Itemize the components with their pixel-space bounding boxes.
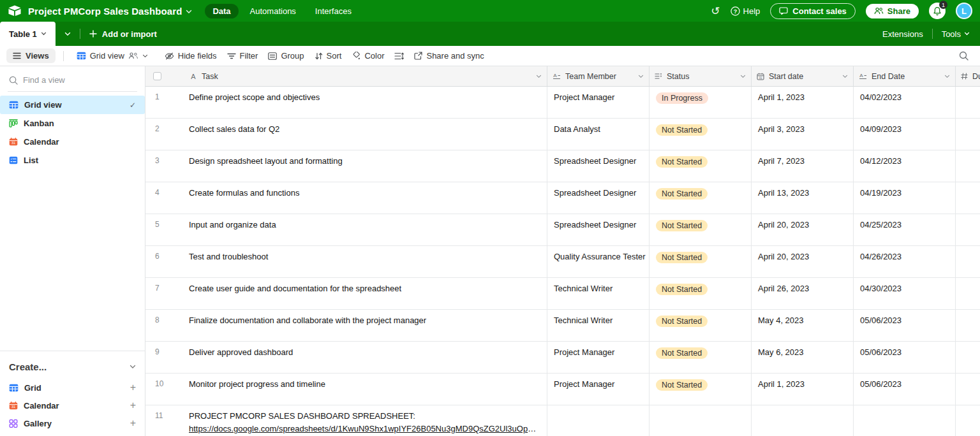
sidebar-view-list[interactable]: List <box>0 151 145 170</box>
start-date-cell[interactable]: April 20, 2023 <box>752 214 854 245</box>
start-date-cell[interactable] <box>752 405 854 436</box>
team-member-cell[interactable]: Technical Writer <box>547 278 650 309</box>
sidebar-view-kanban[interactable]: Kanban <box>0 114 145 133</box>
create-gallery-view[interactable]: Gallery + <box>0 414 145 432</box>
extensions-button[interactable]: Extensions <box>882 29 923 39</box>
column-header-start-date[interactable]: 31 Start date <box>752 66 854 86</box>
help-button[interactable]: ? Help <box>731 6 761 16</box>
status-cell[interactable]: In Progress <box>650 87 752 118</box>
row-height-button[interactable] <box>389 50 409 62</box>
duration-cell[interactable] <box>956 278 980 309</box>
end-date-cell[interactable]: 05/06/2023 <box>854 374 956 405</box>
task-cell[interactable]: 3 Design spreadsheet layout and formatti… <box>145 150 547 182</box>
column-header-status[interactable]: Status <box>650 66 752 86</box>
chevron-down-icon[interactable] <box>842 75 848 78</box>
create-grid-view[interactable]: Grid + <box>0 379 145 396</box>
end-date-cell[interactable]: 04/09/2023 <box>854 119 956 150</box>
create-calendar-view[interactable]: 31 Calendar + <box>0 396 145 414</box>
column-header-team-member[interactable]: A Team Member <box>547 66 650 86</box>
end-date-cell[interactable]: 04/12/2023 <box>854 150 956 182</box>
duration-cell[interactable] <box>956 119 980 150</box>
start-date-cell[interactable]: April 7, 2023 <box>752 150 854 182</box>
chevron-down-icon[interactable] <box>186 10 192 14</box>
task-cell[interactable]: 10 Monitor project progress and timeline <box>145 374 547 405</box>
share-button[interactable]: Share <box>866 4 919 18</box>
duration-cell[interactable] <box>956 150 980 182</box>
status-cell[interactable]: Not Started <box>650 150 752 182</box>
notifications-button[interactable]: 1 <box>929 3 946 19</box>
team-member-cell[interactable] <box>547 405 650 436</box>
history-icon[interactable]: ↺ <box>711 6 720 17</box>
chevron-down-icon[interactable] <box>638 75 644 78</box>
plus-icon[interactable]: + <box>130 382 136 393</box>
color-button[interactable]: Color <box>346 48 389 63</box>
nav-tab-automations[interactable]: Automations <box>242 4 304 18</box>
duration-cell[interactable] <box>956 405 980 436</box>
tab-table-1[interactable]: Table 1 <box>0 22 56 46</box>
base-title[interactable]: Project PMCorp Sales Dashboard <box>28 6 182 17</box>
table-list-chevron[interactable] <box>56 22 80 46</box>
end-date-cell[interactable]: 05/06/2023 <box>854 310 956 341</box>
chevron-down-icon[interactable] <box>536 75 542 78</box>
team-member-cell[interactable]: Technical Writer <box>547 310 650 341</box>
start-date-cell[interactable]: April 26, 2023 <box>752 278 854 309</box>
chevron-down-icon[interactable] <box>740 75 746 78</box>
start-date-cell[interactable]: April 1, 2023 <box>752 87 854 118</box>
sort-button[interactable]: Sort <box>309 48 347 63</box>
task-cell[interactable]: 8 Finalize documentation and collaborate… <box>145 310 547 341</box>
start-date-cell[interactable]: April 1, 2023 <box>752 374 854 405</box>
plus-icon[interactable]: + <box>130 400 136 411</box>
plus-icon[interactable]: + <box>130 418 136 429</box>
column-header-end-date[interactable]: A End Date <box>854 66 956 86</box>
find-a-view[interactable] <box>8 71 137 92</box>
tools-button[interactable]: Tools <box>942 29 970 39</box>
avatar[interactable]: L <box>956 3 972 19</box>
current-view-button[interactable]: Grid view <box>71 48 153 63</box>
task-cell[interactable]: 9 Deliver approved dashboard <box>145 342 547 373</box>
start-date-cell[interactable]: May 4, 2023 <box>752 310 854 341</box>
duration-cell[interactable] <box>956 182 980 214</box>
column-header-duration[interactable]: Du <box>956 66 980 86</box>
contact-sales-button[interactable]: Contact sales <box>770 3 856 19</box>
nav-tab-data[interactable]: Data <box>205 4 238 18</box>
group-button[interactable]: Group <box>263 48 309 63</box>
sidebar-view-calendar[interactable]: 31 Calendar <box>0 133 145 151</box>
duration-cell[interactable] <box>956 310 980 341</box>
duration-cell[interactable] <box>956 342 980 373</box>
status-cell[interactable] <box>650 405 752 436</box>
end-date-cell[interactable]: 04/25/2023 <box>854 214 956 245</box>
status-cell[interactable]: Not Started <box>650 182 752 214</box>
status-cell[interactable]: Not Started <box>650 278 752 309</box>
end-date-cell[interactable]: 04/26/2023 <box>854 246 956 277</box>
find-a-view-input[interactable] <box>23 75 119 85</box>
end-date-cell[interactable]: 04/02/2023 <box>854 87 956 118</box>
select-all-checkbox[interactable] <box>153 72 161 80</box>
status-cell[interactable]: Not Started <box>650 374 752 405</box>
status-cell[interactable]: Not Started <box>650 342 752 373</box>
duration-cell[interactable] <box>956 246 980 277</box>
status-cell[interactable]: Not Started <box>650 119 752 150</box>
task-cell[interactable]: 1 Define project scope and objectives <box>145 87 547 118</box>
task-cell[interactable]: 2 Collect sales data for Q2 <box>145 119 547 150</box>
status-cell[interactable]: Not Started <box>650 310 752 341</box>
duration-cell[interactable] <box>956 374 980 405</box>
status-cell[interactable]: Not Started <box>650 214 752 245</box>
task-cell[interactable]: 5 Input and organize data <box>145 214 547 245</box>
team-member-cell[interactable]: Spreadsheet Designer <box>547 214 650 245</box>
end-date-cell[interactable] <box>854 405 956 436</box>
end-date-cell[interactable]: 05/06/2023 <box>854 342 956 373</box>
team-member-cell[interactable]: Project Manager <box>547 87 650 118</box>
team-member-cell[interactable]: Project Manager <box>547 374 650 405</box>
duration-cell[interactable] <box>956 214 980 245</box>
search-records-button[interactable] <box>959 51 974 61</box>
task-link[interactable]: https://docs.google.com/spreadsheets/d/1… <box>189 424 537 433</box>
chevron-down-icon[interactable] <box>944 75 950 78</box>
team-member-cell[interactable]: Data Analyst <box>547 119 650 150</box>
views-toggle-button[interactable]: Views <box>6 48 56 63</box>
team-member-cell[interactable]: Quality Assurance Tester <box>547 246 650 277</box>
column-header-task[interactable]: A Task <box>145 66 547 86</box>
task-cell[interactable]: 4 Create formulas and functions <box>145 182 547 214</box>
sidebar-view-grid[interactable]: Grid view ✓ <box>0 96 145 114</box>
team-member-cell[interactable]: Spreadsheet Designer <box>547 182 650 214</box>
team-member-cell[interactable]: Spreadsheet Designer <box>547 150 650 182</box>
